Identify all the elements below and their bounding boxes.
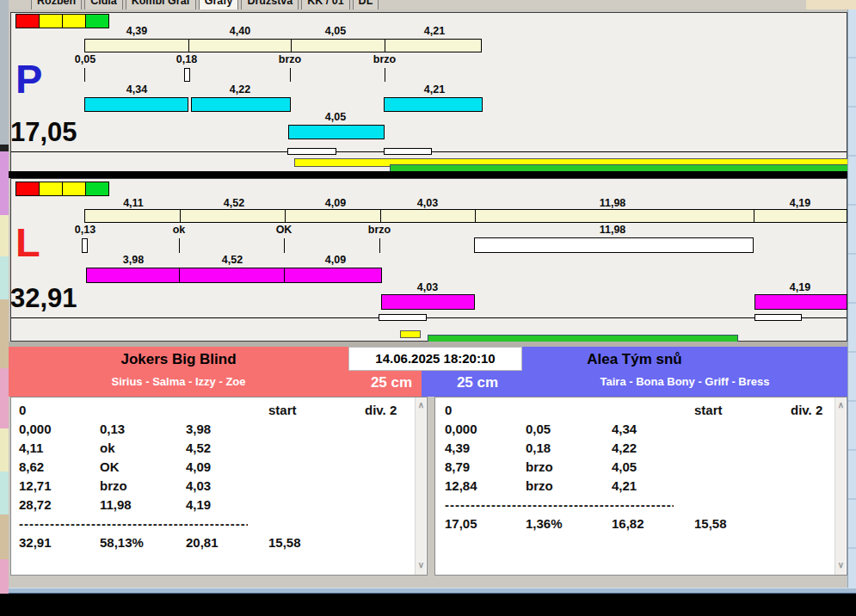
change-label: 0,05 (55, 53, 115, 66)
dog-time-label: 3,98 (103, 254, 163, 267)
tab-rozbeh[interactable]: Rozběh (31, 0, 82, 9)
result-cell: 0,000 (19, 422, 52, 437)
lane-letter-p: P (15, 59, 42, 99)
start-light-green (85, 182, 109, 196)
timeline-marker (379, 314, 427, 321)
tab-druzstva[interactable]: Družstva (241, 0, 299, 9)
dog-time-label: 4,21 (404, 83, 465, 96)
result-cell: ok (100, 440, 115, 456)
result-cell: 4,05 (612, 459, 637, 475)
result-cell: 4,34 (612, 422, 637, 437)
result-cell: start (694, 403, 723, 418)
dog-time-bar (86, 268, 180, 283)
lane-total-p: 17,05 (10, 119, 77, 145)
split-time-label: 4,03 (397, 197, 458, 210)
dog-time-bar (179, 268, 285, 283)
change-tick (379, 238, 380, 253)
start-light-red (15, 14, 40, 28)
split-divider (754, 210, 754, 222)
team-dogs-right: Taira - Bona Bony - Griff - Bress (522, 374, 847, 389)
dog-time-label: 4,19 (770, 281, 830, 294)
result-cell: 8,62 (19, 459, 44, 475)
split-time-label: 4,05 (305, 25, 366, 38)
change-label: brzo (260, 53, 320, 66)
change-label: ok (149, 224, 209, 237)
change-tick (179, 238, 180, 253)
start-light-red (15, 182, 40, 196)
result-cell: start (268, 403, 297, 418)
scrollbar-right-table[interactable]: ∧ ∨ (834, 397, 846, 575)
result-cell: 8,79 (445, 459, 470, 475)
jump-height-right: 25 cm (434, 373, 520, 393)
split-divider (180, 210, 181, 222)
tab-kombi-graf[interactable]: Kombi Graf (126, 0, 196, 9)
result-total-cell: 58,13% (100, 535, 144, 551)
results-table-left (10, 397, 428, 576)
result-cell: div. 2 (791, 403, 822, 418)
result-total-cell: 17,05 (445, 516, 477, 532)
team-dogs-left: Sirius - Salma - Izzy - Zoe (9, 374, 348, 389)
tab-bar: Rozběh Čidla Kombi Graf Grafy Družstva K… (9, 0, 856, 9)
fault-bar (474, 237, 754, 253)
change-label: 0,18 (157, 53, 217, 66)
result-cell: OK (100, 459, 120, 475)
tab-dl[interactable]: DL (353, 0, 379, 9)
scrollbar-left-table[interactable]: ∧ ∨ (415, 397, 426, 575)
tab-kk01[interactable]: KK / 01 (301, 0, 349, 9)
team-name-left: Jokers Big Blind (9, 350, 348, 369)
start-light-green (85, 14, 109, 28)
result-cell: 4,03 (186, 478, 211, 494)
dog-time-label: 4,09 (305, 254, 366, 267)
status-bar (0, 588, 856, 594)
result-cell: 4,19 (186, 497, 211, 513)
split-divider (188, 40, 189, 52)
timeline-marker (754, 314, 802, 321)
result-cell: 12,84 (445, 478, 477, 494)
scroll-down-icon[interactable]: ∨ (416, 559, 427, 571)
result-total-cell: 32,91 (19, 535, 52, 551)
result-cell: 0,18 (526, 440, 551, 456)
dog-time-label: 4,03 (397, 281, 458, 294)
tab-grafy[interactable]: Grafy (199, 0, 239, 9)
split-divider (291, 40, 292, 52)
result-cell: 4,52 (186, 440, 211, 456)
result-cell: 3,98 (186, 422, 211, 437)
timeline-marker (384, 148, 432, 155)
split-divider (475, 210, 476, 222)
dog-time-bar (384, 97, 483, 112)
split-divider (285, 210, 286, 222)
right-edge-strip[interactable] (847, 9, 856, 588)
left-edge-strip (0, 0, 9, 594)
result-cell: 4,39 (445, 440, 470, 456)
result-total-cell: 16,82 (612, 516, 644, 532)
result-total-cell: 20,81 (186, 535, 219, 551)
dog-time-label: 4,05 (305, 111, 366, 124)
change-label: OK (254, 224, 314, 237)
split-time-label: 11,98 (582, 197, 643, 210)
tab-cidla[interactable]: Čidla (84, 0, 123, 9)
result-cell: brzo (100, 478, 127, 494)
start-light-yellow (39, 14, 63, 28)
tab-bar-corner (806, 0, 856, 9)
start-light-yellow (62, 14, 86, 28)
result-cell: div. 2 (365, 403, 397, 418)
scroll-up-icon[interactable]: ∧ (835, 399, 847, 411)
dog-time-bar (754, 294, 847, 310)
scroll-down-icon[interactable]: ∨ (835, 559, 847, 571)
split-time-label: 4,40 (210, 25, 270, 38)
scroll-up-icon[interactable]: ∧ (416, 399, 427, 411)
result-total-cell: 1,36% (526, 516, 563, 532)
change-label: 0,13 (55, 224, 115, 237)
start-light-yellow (39, 182, 63, 196)
result-cell: 11,98 (100, 497, 132, 513)
dog-time-bar (381, 294, 475, 310)
progress-bar-yellow (400, 330, 421, 338)
result-cell: brzo (526, 478, 553, 494)
panel-divider (9, 171, 856, 178)
split-divider (385, 40, 385, 52)
split-time-label: 4,21 (404, 25, 465, 38)
split-divider (380, 210, 381, 222)
split-time-label: 4,11 (103, 197, 163, 210)
dog-time-label: 4,52 (202, 254, 262, 267)
change-tick-box (82, 238, 88, 253)
